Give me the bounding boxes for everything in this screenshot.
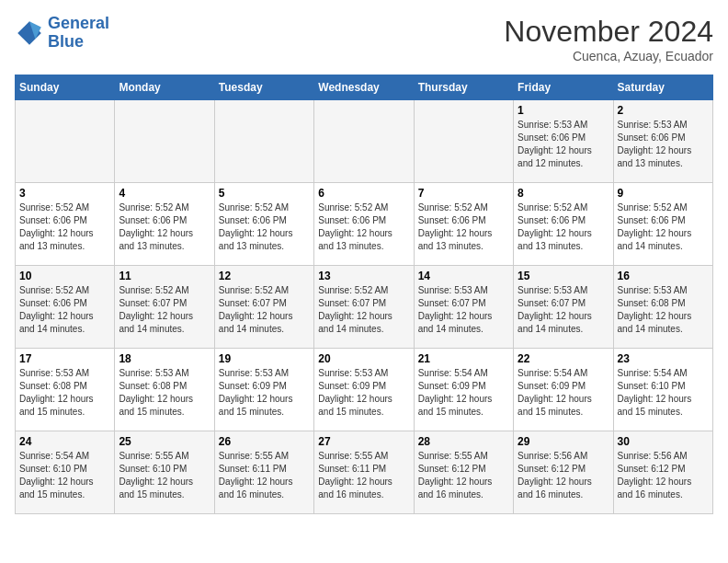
calendar-cell: 14Sunrise: 5:53 AMSunset: 6:07 PMDayligh… bbox=[414, 266, 513, 349]
day-info: Sunrise: 5:53 AMSunset: 6:08 PMDaylight:… bbox=[618, 284, 709, 336]
month-title: November 2024 bbox=[504, 15, 713, 49]
day-info: Sunrise: 5:53 AMSunset: 6:08 PMDaylight:… bbox=[119, 367, 210, 419]
calendar-week-row: 1Sunrise: 5:53 AMSunset: 6:06 PMDaylight… bbox=[16, 100, 713, 183]
day-number: 10 bbox=[19, 270, 110, 282]
calendar-cell: 11Sunrise: 5:52 AMSunset: 6:07 PMDayligh… bbox=[115, 266, 214, 349]
calendar-cell bbox=[414, 100, 513, 183]
day-number: 29 bbox=[518, 435, 609, 448]
calendar-cell: 3Sunrise: 5:52 AMSunset: 6:06 PMDaylight… bbox=[16, 183, 115, 266]
calendar-cell bbox=[214, 100, 313, 183]
day-info: Sunrise: 5:55 AMSunset: 6:10 PMDaylight:… bbox=[119, 450, 210, 501]
calendar-cell: 19Sunrise: 5:53 AMSunset: 6:09 PMDayligh… bbox=[214, 349, 313, 431]
day-number: 15 bbox=[518, 270, 609, 282]
day-info: Sunrise: 5:54 AMSunset: 6:10 PMDaylight:… bbox=[19, 450, 110, 501]
calendar-cell: 4Sunrise: 5:52 AMSunset: 6:06 PMDaylight… bbox=[115, 183, 214, 266]
calendar-cell: 24Sunrise: 5:54 AMSunset: 6:10 PMDayligh… bbox=[16, 431, 115, 514]
day-number: 6 bbox=[318, 187, 409, 200]
logo-line1: General bbox=[48, 14, 109, 32]
location: Cuenca, Azuay, Ecuador bbox=[504, 49, 713, 63]
day-number: 26 bbox=[219, 435, 310, 448]
day-info: Sunrise: 5:55 AMSunset: 6:12 PMDaylight:… bbox=[418, 450, 509, 501]
calendar-body: 1Sunrise: 5:53 AMSunset: 6:06 PMDaylight… bbox=[16, 100, 713, 514]
day-number: 11 bbox=[119, 270, 210, 282]
day-number: 1 bbox=[518, 104, 609, 117]
calendar-cell: 21Sunrise: 5:54 AMSunset: 6:09 PMDayligh… bbox=[414, 349, 513, 431]
dow-header: Thursday bbox=[414, 75, 513, 100]
day-number: 23 bbox=[618, 352, 709, 365]
day-info: Sunrise: 5:54 AMSunset: 6:09 PMDaylight:… bbox=[418, 367, 509, 419]
day-number: 7 bbox=[418, 187, 509, 200]
day-number: 17 bbox=[19, 352, 110, 365]
day-number: 25 bbox=[119, 435, 210, 448]
calendar-cell: 7Sunrise: 5:52 AMSunset: 6:06 PMDaylight… bbox=[414, 183, 513, 266]
day-info: Sunrise: 5:53 AMSunset: 6:09 PMDaylight:… bbox=[219, 367, 310, 419]
calendar-table: SundayMondayTuesdayWednesdayThursdayFrid… bbox=[15, 75, 713, 514]
dow-header: Wednesday bbox=[314, 75, 414, 100]
day-info: Sunrise: 5:52 AMSunset: 6:07 PMDaylight:… bbox=[119, 284, 210, 336]
calendar-cell: 20Sunrise: 5:53 AMSunset: 6:09 PMDayligh… bbox=[314, 349, 414, 431]
calendar-cell: 23Sunrise: 5:54 AMSunset: 6:10 PMDayligh… bbox=[613, 349, 712, 431]
dow-header: Tuesday bbox=[214, 75, 313, 100]
day-number: 8 bbox=[518, 187, 609, 200]
day-number: 3 bbox=[19, 187, 110, 200]
calendar-week-row: 24Sunrise: 5:54 AMSunset: 6:10 PMDayligh… bbox=[16, 431, 713, 514]
title-block: November 2024 Cuenca, Azuay, Ecuador bbox=[504, 15, 713, 63]
day-number: 13 bbox=[318, 270, 409, 282]
calendar-cell: 15Sunrise: 5:53 AMSunset: 6:07 PMDayligh… bbox=[514, 266, 613, 349]
day-info: Sunrise: 5:52 AMSunset: 6:07 PMDaylight:… bbox=[318, 284, 409, 336]
calendar-cell: 12Sunrise: 5:52 AMSunset: 6:07 PMDayligh… bbox=[214, 266, 313, 349]
day-number: 2 bbox=[618, 104, 709, 117]
day-number: 27 bbox=[318, 435, 409, 448]
calendar-cell: 5Sunrise: 5:52 AMSunset: 6:06 PMDaylight… bbox=[214, 183, 313, 266]
day-info: Sunrise: 5:52 AMSunset: 6:06 PMDaylight:… bbox=[19, 284, 110, 336]
calendar-cell bbox=[314, 100, 414, 183]
day-info: Sunrise: 5:53 AMSunset: 6:06 PMDaylight:… bbox=[618, 119, 709, 170]
calendar-cell: 9Sunrise: 5:52 AMSunset: 6:06 PMDaylight… bbox=[613, 183, 712, 266]
calendar-week-row: 17Sunrise: 5:53 AMSunset: 6:08 PMDayligh… bbox=[16, 349, 713, 431]
dow-header: Sunday bbox=[16, 75, 115, 100]
day-number: 5 bbox=[219, 187, 310, 200]
day-info: Sunrise: 5:52 AMSunset: 6:06 PMDaylight:… bbox=[318, 201, 409, 253]
day-info: Sunrise: 5:56 AMSunset: 6:12 PMDaylight:… bbox=[618, 450, 709, 501]
calendar-cell bbox=[115, 100, 214, 183]
calendar-cell: 13Sunrise: 5:52 AMSunset: 6:07 PMDayligh… bbox=[314, 266, 414, 349]
page-header: General Blue November 2024 Cuenca, Azuay… bbox=[15, 15, 713, 63]
day-number: 30 bbox=[618, 435, 709, 448]
day-info: Sunrise: 5:54 AMSunset: 6:10 PMDaylight:… bbox=[618, 367, 709, 419]
day-info: Sunrise: 5:52 AMSunset: 6:06 PMDaylight:… bbox=[418, 201, 509, 253]
day-of-week-row: SundayMondayTuesdayWednesdayThursdayFrid… bbox=[16, 75, 713, 100]
logo: General Blue bbox=[15, 15, 109, 52]
day-info: Sunrise: 5:56 AMSunset: 6:12 PMDaylight:… bbox=[518, 450, 609, 501]
day-number: 19 bbox=[219, 352, 310, 365]
calendar-cell bbox=[16, 100, 115, 183]
calendar-cell: 18Sunrise: 5:53 AMSunset: 6:08 PMDayligh… bbox=[115, 349, 214, 431]
logo-text: General Blue bbox=[48, 15, 109, 52]
calendar-cell: 25Sunrise: 5:55 AMSunset: 6:10 PMDayligh… bbox=[115, 431, 214, 514]
day-info: Sunrise: 5:53 AMSunset: 6:08 PMDaylight:… bbox=[19, 367, 110, 419]
day-info: Sunrise: 5:52 AMSunset: 6:06 PMDaylight:… bbox=[518, 201, 609, 253]
day-info: Sunrise: 5:52 AMSunset: 6:07 PMDaylight:… bbox=[219, 284, 310, 336]
calendar-cell: 26Sunrise: 5:55 AMSunset: 6:11 PMDayligh… bbox=[214, 431, 313, 514]
day-info: Sunrise: 5:53 AMSunset: 6:06 PMDaylight:… bbox=[518, 119, 609, 170]
logo-line2: Blue bbox=[48, 32, 84, 51]
day-number: 20 bbox=[318, 352, 409, 365]
calendar-week-row: 10Sunrise: 5:52 AMSunset: 6:06 PMDayligh… bbox=[16, 266, 713, 349]
day-info: Sunrise: 5:52 AMSunset: 6:06 PMDaylight:… bbox=[19, 201, 110, 253]
calendar-cell: 1Sunrise: 5:53 AMSunset: 6:06 PMDaylight… bbox=[514, 100, 613, 183]
logo-icon bbox=[15, 18, 44, 48]
calendar-cell: 29Sunrise: 5:56 AMSunset: 6:12 PMDayligh… bbox=[514, 431, 613, 514]
dow-header: Monday bbox=[115, 75, 214, 100]
calendar-cell: 16Sunrise: 5:53 AMSunset: 6:08 PMDayligh… bbox=[613, 266, 712, 349]
day-number: 24 bbox=[19, 435, 110, 448]
day-info: Sunrise: 5:53 AMSunset: 6:07 PMDaylight:… bbox=[418, 284, 509, 336]
day-info: Sunrise: 5:53 AMSunset: 6:07 PMDaylight:… bbox=[518, 284, 609, 336]
dow-header: Saturday bbox=[613, 75, 712, 100]
day-number: 14 bbox=[418, 270, 509, 282]
day-info: Sunrise: 5:53 AMSunset: 6:09 PMDaylight:… bbox=[318, 367, 409, 419]
dow-header: Friday bbox=[514, 75, 613, 100]
calendar-cell: 8Sunrise: 5:52 AMSunset: 6:06 PMDaylight… bbox=[514, 183, 613, 266]
day-number: 28 bbox=[418, 435, 509, 448]
day-info: Sunrise: 5:55 AMSunset: 6:11 PMDaylight:… bbox=[318, 450, 409, 501]
calendar-cell: 2Sunrise: 5:53 AMSunset: 6:06 PMDaylight… bbox=[613, 100, 712, 183]
day-number: 16 bbox=[618, 270, 709, 282]
